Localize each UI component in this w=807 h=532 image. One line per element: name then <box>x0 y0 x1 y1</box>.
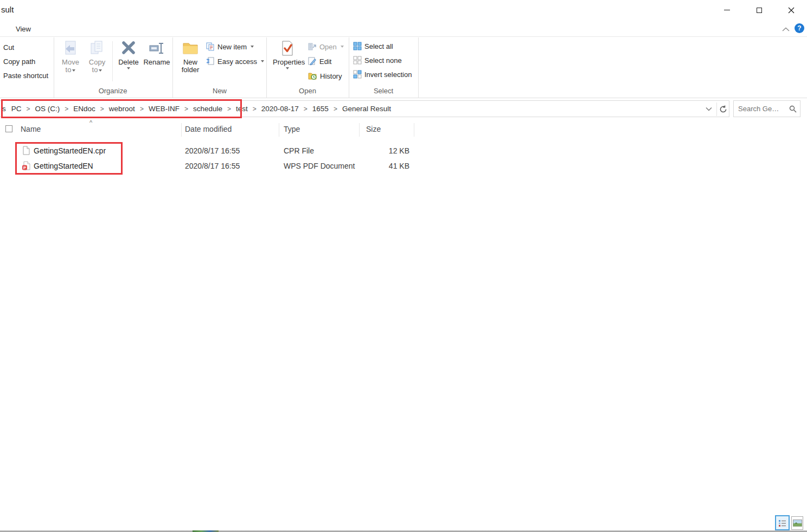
select-all-icon <box>353 42 362 50</box>
address-bar[interactable]: s PC > OS (C:) > ENdoc > webroot > WEB-I… <box>0 100 729 117</box>
select-all-button[interactable]: Select all <box>353 40 393 52</box>
file-name: GettingStartedEN <box>34 162 93 170</box>
search-input[interactable] <box>734 105 786 113</box>
thumbnail-view-button[interactable] <box>791 516 803 530</box>
column-header-name[interactable]: Name <box>21 125 41 133</box>
search-button[interactable] <box>786 105 800 113</box>
collapse-ribbon-button[interactable] <box>780 24 792 34</box>
breadcrumb-item[interactable]: webroot <box>105 105 139 113</box>
rename-button[interactable]: Rename <box>142 40 171 66</box>
column-header-type[interactable]: Type <box>284 125 300 133</box>
search-box <box>733 100 800 117</box>
wps-pdf-icon: P <box>22 161 30 172</box>
breadcrumb-item[interactable]: 2020-08-17 <box>257 105 303 113</box>
help-icon: ? <box>797 24 801 32</box>
easy-access-button[interactable]: Easy access <box>206 55 264 67</box>
easy-access-icon <box>206 57 215 66</box>
copy-path-button[interactable]: Copy path <box>3 55 35 67</box>
cut-button[interactable]: Cut <box>3 41 14 53</box>
copy-path-label: Copy path <box>3 57 35 66</box>
dropdown-icon <box>286 67 289 69</box>
breadcrumb-item[interactable]: OS (C:) <box>31 105 65 113</box>
column-divider[interactable] <box>279 123 279 137</box>
move-to-icon <box>57 40 84 57</box>
rename-icon <box>142 40 171 57</box>
delete-icon <box>115 40 142 57</box>
file-type: WPS PDF Document <box>284 162 355 170</box>
svg-text:P: P <box>23 165 26 170</box>
select-none-icon <box>353 56 362 65</box>
column-divider[interactable] <box>414 123 414 137</box>
maximize-icon <box>757 8 762 13</box>
dropdown-icon <box>261 60 264 62</box>
file-list-header: ^ Name Date modified Type Size <box>0 121 807 139</box>
breadcrumb-item[interactable]: schedule <box>189 105 227 113</box>
move-to-button[interactable]: Move to <box>57 40 84 74</box>
select-none-button[interactable]: Select none <box>353 54 402 66</box>
paste-shortcut-label: Paste shortcut <box>3 72 48 80</box>
select-none-label: Select none <box>364 56 402 65</box>
new-folder-icon <box>177 40 204 57</box>
edit-button[interactable]: Edit <box>308 55 331 67</box>
column-header-date-modified[interactable]: Date modified <box>185 125 232 133</box>
breadcrumb-item[interactable]: General Result <box>338 105 395 113</box>
refresh-button[interactable] <box>718 103 729 115</box>
file-row[interactable]: GettingStartedEN.cpr 2020/8/17 16:55 CPR… <box>0 143 418 158</box>
file-row[interactable]: P GettingStartedEN 2020/8/17 16:55 WPS P… <box>0 158 418 174</box>
column-header-size[interactable]: Size <box>366 125 381 133</box>
breadcrumb-separator: > <box>100 105 105 113</box>
copy-to-button[interactable]: Copy to <box>85 40 110 74</box>
delete-label: Delete <box>115 59 142 66</box>
history-icon <box>308 72 317 80</box>
breadcrumb-separator: > <box>303 105 308 113</box>
address-bar-row: s PC > OS (C:) > ENdoc > webroot > WEB-I… <box>0 100 807 117</box>
new-folder-button[interactable]: New folder <box>177 40 204 74</box>
details-view-button[interactable] <box>775 515 790 530</box>
select-all-checkbox[interactable] <box>5 125 12 132</box>
address-divider <box>716 102 717 116</box>
column-divider[interactable] <box>181 123 182 137</box>
ribbon-tab-bar: View ? <box>0 20 807 36</box>
properties-label: Properties <box>273 59 302 66</box>
dropdown-icon <box>99 69 102 72</box>
delete-button[interactable]: Delete <box>115 40 142 69</box>
breadcrumb-item[interactable]: 1655 <box>308 105 333 113</box>
file-name: GettingStartedEN.cpr <box>34 146 106 155</box>
sort-ascending-icon: ^ <box>89 119 92 126</box>
group-separator <box>172 37 173 98</box>
breadcrumb-separator: > <box>139 105 144 113</box>
address-dropdown-button[interactable] <box>703 103 715 115</box>
explorer-window: sult View ? Cut Copy path Paste shortcut <box>0 0 807 532</box>
breadcrumb-item[interactable]: ENdoc <box>69 105 100 113</box>
dropdown-icon <box>341 46 344 48</box>
dropdown-icon <box>251 46 254 48</box>
close-button[interactable] <box>779 0 803 20</box>
new-item-button[interactable]: New item <box>206 41 254 53</box>
properties-button[interactable]: Properties <box>273 40 302 69</box>
breadcrumb-item[interactable]: WEB-INF <box>144 105 184 113</box>
tab-view[interactable]: View <box>14 24 33 34</box>
ribbon: Cut Copy path Paste shortcut Move to Cop… <box>0 36 807 98</box>
breadcrumb-separator: > <box>64 105 69 113</box>
maximize-button[interactable] <box>747 0 771 20</box>
move-to-label: Move <box>57 59 84 66</box>
chevron-down-icon <box>706 107 712 111</box>
cut-label: Cut <box>3 43 14 52</box>
open-icon <box>308 42 317 51</box>
select-all-label: Select all <box>364 42 393 50</box>
history-button[interactable]: History <box>308 70 342 82</box>
refresh-icon <box>719 105 727 113</box>
copy-to-label2: to <box>92 66 98 74</box>
new-folder-label: New <box>177 59 204 66</box>
generic-file-icon <box>22 146 30 157</box>
invert-selection-icon <box>353 70 362 79</box>
help-button[interactable]: ? <box>795 23 804 33</box>
minimize-button[interactable] <box>715 0 739 20</box>
paste-shortcut-button[interactable]: Paste shortcut <box>3 69 48 81</box>
column-divider[interactable] <box>359 123 360 137</box>
breadcrumb-item[interactable]: PC <box>7 105 26 113</box>
invert-selection-button[interactable]: Invert selection <box>353 68 412 80</box>
breadcrumb-item[interactable]: test <box>232 105 252 113</box>
group-label-open: Open <box>299 87 316 95</box>
open-button[interactable]: Open <box>308 41 344 53</box>
